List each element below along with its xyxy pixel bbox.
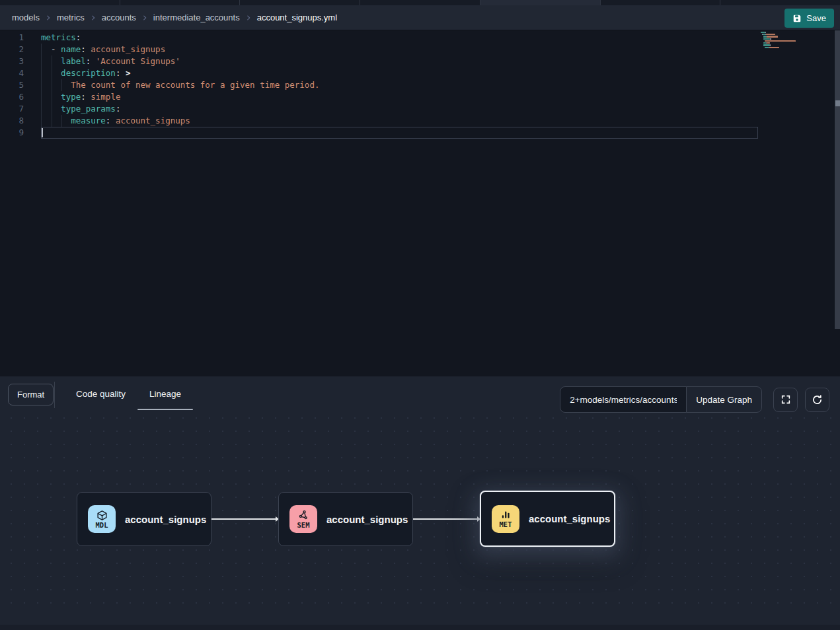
sem-badge: SEM bbox=[289, 505, 317, 533]
code-line[interactable]: 3 label: 'Account Signups' bbox=[0, 55, 319, 67]
breadcrumb-bar: modelsmetricsaccountsintermediate_accoun… bbox=[0, 5, 840, 30]
breadcrumb-item[interactable]: accounts bbox=[102, 13, 136, 22]
code-text: The count of new accounts for a given ti… bbox=[41, 79, 319, 91]
line-number: 2 bbox=[0, 44, 24, 55]
bottom-strip bbox=[0, 625, 840, 630]
minimap-line bbox=[761, 34, 800, 35]
window-tab[interactable] bbox=[601, 0, 721, 5]
line-number: 5 bbox=[0, 79, 24, 91]
window-tab[interactable] bbox=[360, 0, 480, 5]
breadcrumb-item[interactable]: models bbox=[12, 13, 40, 22]
chevron-right-icon bbox=[45, 15, 52, 21]
update-graph-button[interactable]: Update Graph bbox=[686, 386, 762, 413]
minimap-line bbox=[761, 32, 800, 33]
breadcrumb: modelsmetricsaccountsintermediate_accoun… bbox=[12, 13, 337, 22]
window-tab[interactable] bbox=[120, 0, 241, 5]
lineage-node-sem[interactable]: SEMaccount_signups bbox=[278, 492, 413, 546]
node-label: account_signups bbox=[529, 513, 610, 524]
window-tabstrip bbox=[0, 0, 840, 5]
save-button-label: Save bbox=[806, 13, 826, 23]
model-cube-icon bbox=[96, 510, 108, 521]
code-line[interactable]: 6 type: simple bbox=[0, 91, 319, 103]
minimap-line bbox=[761, 47, 800, 48]
breadcrumb-item[interactable]: metrics bbox=[57, 13, 85, 22]
code-line[interactable]: 5 The count of new accounts for a given … bbox=[0, 79, 319, 91]
badge-type-label: SEM bbox=[297, 522, 310, 529]
window-tab[interactable] bbox=[240, 0, 360, 5]
window-tab[interactable] bbox=[480, 0, 601, 5]
text-cursor bbox=[42, 128, 43, 137]
line-number: 8 bbox=[0, 115, 24, 127]
editor-scrollbar[interactable] bbox=[835, 30, 840, 329]
lineage-canvas[interactable]: Update Graph bbox=[0, 416, 840, 605]
code-text: measure: account_signups bbox=[41, 115, 190, 127]
refresh-icon bbox=[812, 394, 823, 405]
current-line-highlight bbox=[41, 127, 758, 139]
code-text: type_params: bbox=[41, 103, 120, 115]
line-number: 3 bbox=[0, 55, 24, 67]
bottom-panel: Format Code qualityLineage Update Graph bbox=[0, 376, 840, 630]
code-line[interactable]: 1metrics: bbox=[0, 32, 319, 44]
code-line[interactable]: 7 type_params: bbox=[0, 103, 319, 115]
panel-tabs: Code qualityLineage bbox=[64, 376, 193, 411]
lineage-edge bbox=[413, 518, 480, 520]
line-number: 4 bbox=[0, 67, 24, 79]
breadcrumb-item[interactable]: intermediate_accounts bbox=[153, 13, 240, 22]
node-label: account_signups bbox=[326, 514, 408, 525]
lineage-node-met[interactable]: METaccount_signups bbox=[480, 491, 615, 547]
node-label: account_signups bbox=[125, 514, 206, 525]
chevron-right-icon bbox=[90, 15, 96, 21]
chevron-right-icon bbox=[141, 15, 148, 21]
breadcrumb-item[interactable]: account_signups.yml bbox=[257, 13, 337, 22]
code-line[interactable]: 2 - name: account_signups bbox=[0, 44, 319, 55]
badge-type-label: MET bbox=[500, 521, 512, 528]
minimap[interactable] bbox=[761, 32, 800, 51]
tab-lineage[interactable]: Lineage bbox=[137, 376, 193, 411]
lineage-filter-input[interactable] bbox=[560, 386, 687, 413]
minimap-line bbox=[761, 40, 800, 42]
save-icon bbox=[792, 14, 802, 23]
line-number: 9 bbox=[0, 127, 24, 139]
met-badge: MET bbox=[492, 505, 519, 533]
code-area[interactable]: 1metrics:2 - name: account_signups3 labe… bbox=[0, 32, 319, 139]
minimap-line bbox=[761, 42, 800, 44]
line-number: 1 bbox=[0, 32, 24, 44]
metric-chart-icon bbox=[500, 509, 512, 520]
code-text: metrics: bbox=[41, 32, 81, 44]
lineage-edge bbox=[211, 518, 278, 520]
fullscreen-icon bbox=[781, 394, 791, 405]
header-divider bbox=[54, 382, 55, 408]
window-tab[interactable] bbox=[0, 0, 120, 5]
app-root: modelsmetricsaccountsintermediate_accoun… bbox=[0, 0, 840, 630]
scrollbar-thumb[interactable] bbox=[835, 100, 840, 106]
code-text: label: 'Account Signups' bbox=[41, 55, 180, 67]
lineage-node-mdl[interactable]: MDLaccount_signups bbox=[77, 492, 211, 546]
window-tab[interactable] bbox=[720, 0, 840, 5]
code-text: - name: account_signups bbox=[41, 44, 165, 55]
minimap-line bbox=[761, 36, 800, 37]
mdl-badge: MDL bbox=[88, 505, 116, 533]
semantic-node-icon bbox=[298, 510, 309, 521]
code-line[interactable]: 4 description: > bbox=[0, 67, 319, 79]
format-button[interactable]: Format bbox=[8, 384, 54, 405]
refresh-button[interactable] bbox=[805, 388, 829, 412]
chevron-right-icon bbox=[245, 15, 252, 21]
save-button[interactable]: Save bbox=[784, 9, 834, 28]
line-number: 7 bbox=[0, 103, 24, 115]
lineage-controls: Update Graph bbox=[560, 386, 829, 413]
line-number: 6 bbox=[0, 91, 24, 103]
fullscreen-button[interactable] bbox=[773, 388, 798, 412]
minimap-line bbox=[761, 49, 800, 50]
code-line[interactable]: 8 measure: account_signups bbox=[0, 115, 319, 127]
minimap-line bbox=[761, 44, 800, 46]
minimap-line bbox=[761, 38, 800, 40]
code-text: type: simple bbox=[41, 91, 120, 103]
tab-code-quality[interactable]: Code quality bbox=[64, 376, 137, 411]
badge-type-label: MDL bbox=[96, 522, 108, 529]
code-editor[interactable]: 1metrics:2 - name: account_signups3 labe… bbox=[0, 30, 840, 376]
code-text: description: > bbox=[41, 67, 131, 79]
